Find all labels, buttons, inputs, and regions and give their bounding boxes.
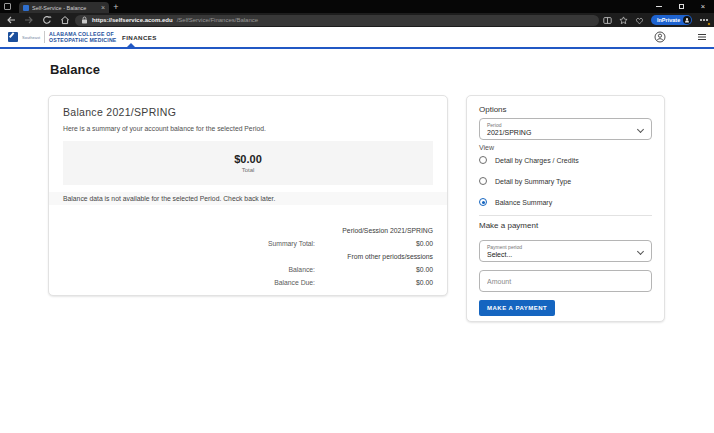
inprivate-label: InPrivate — [657, 17, 680, 23]
tab-title: Self-Service - Balance — [32, 5, 98, 11]
balance-card: Balance 2021/SPRING Here is a summary of… — [48, 95, 448, 296]
url-host: https://selfservice.acom.edu — [92, 17, 173, 23]
lock-icon — [81, 16, 88, 24]
forward-button[interactable] — [24, 15, 34, 25]
url-path: /SelfService/Finances/Balance — [177, 17, 258, 23]
tab-actions-icon — [4, 3, 11, 10]
period-select[interactable]: Period 2021/SPRING — [479, 118, 652, 140]
chevron-down-icon — [637, 126, 644, 133]
inprivate-badge[interactable]: InPrivate — [651, 15, 692, 25]
institution-name-line2: OSTEOPATHIC MEDICINE — [49, 37, 117, 43]
home-icon — [60, 15, 70, 25]
menu-notification-dot — [707, 22, 711, 26]
favorites-button[interactable] — [619, 16, 628, 25]
browser-essentials-icon — [635, 16, 644, 25]
refresh-button[interactable] — [42, 15, 52, 25]
favorites-star-icon — [619, 16, 628, 25]
period-select-value: 2021/SPRING — [487, 129, 631, 137]
summary-row: Balance: $0.00 — [63, 266, 433, 279]
view-option-detail-charges[interactable]: Detail by Charges / Credits — [479, 152, 652, 168]
summary-row: Summary Total: $0.00 — [63, 240, 433, 253]
payment-period-value: Select... — [487, 251, 631, 259]
summary-row: Balance Due: $0.00 — [63, 279, 433, 292]
tab-favicon-icon — [23, 5, 29, 11]
window-restore-button[interactable] — [670, 0, 692, 13]
radio-icon — [479, 177, 487, 185]
window-controls: × — [648, 0, 714, 13]
app-header: Southeast ALABAMA COLLEGE OF OSTEOPATHIC… — [0, 27, 714, 47]
window-close-button[interactable]: × — [692, 0, 714, 13]
nav-buttons — [6, 13, 70, 27]
tab-close-icon[interactable]: × — [101, 4, 105, 11]
profile-avatar — [683, 16, 691, 24]
radio-icon — [479, 156, 487, 164]
radio-icon — [479, 198, 487, 206]
period-select-label: Period — [487, 122, 631, 128]
back-icon — [6, 15, 16, 25]
total-label: Total — [242, 167, 255, 173]
view-label: View — [479, 144, 652, 152]
southeast-health-logo-icon — [8, 32, 18, 42]
tab-actions-button[interactable] — [0, 0, 15, 13]
refresh-icon — [42, 15, 52, 25]
payment-period-label: Payment period — [487, 244, 631, 250]
institution-name: ALABAMA COLLEGE OF OSTEOPATHIC MEDICINE — [49, 31, 117, 43]
summary-row: From other periods/sessions — [63, 253, 433, 266]
no-data-notice: Balance data is not available for the se… — [49, 192, 447, 205]
balance-summary: Period/Session 2021/SPRING Summary Total… — [63, 227, 433, 292]
balance-card-heading: Balance 2021/SPRING — [63, 106, 433, 118]
options-divider — [479, 215, 652, 216]
amount-input[interactable] — [487, 278, 644, 285]
make-payment-button[interactable]: MAKE A PAYMENT — [479, 300, 555, 316]
page-title: Balance — [50, 62, 100, 77]
profile-person-icon — [684, 17, 690, 23]
balance-card-description: Here is a summary of your account balanc… — [63, 125, 433, 133]
window-minimize-button[interactable] — [648, 0, 670, 13]
browser-window: Self-Service - Balance × + × — [0, 0, 714, 433]
split-screen-icon — [603, 16, 612, 25]
view-option-balance-summary[interactable]: Balance Summary — [479, 194, 652, 210]
tab-strip: Self-Service - Balance × + × — [0, 0, 714, 13]
payment-period-select[interactable]: Payment period Select... — [479, 240, 652, 262]
minimize-icon — [656, 6, 662, 7]
browser-toolbar: https://selfservice.acom.edu/SelfService… — [0, 13, 714, 27]
app-menu-button[interactable] — [697, 32, 707, 42]
home-button[interactable] — [60, 15, 70, 25]
account-button[interactable] — [654, 31, 666, 43]
make-payment-heading: Make a payment — [479, 221, 652, 230]
header-accent-line — [0, 47, 714, 49]
restore-icon — [679, 4, 684, 9]
new-tab-button[interactable]: + — [109, 0, 123, 13]
forward-icon — [24, 15, 34, 25]
hamburger-icon — [697, 32, 707, 42]
browser-essentials-button[interactable] — [635, 16, 644, 25]
total-amount: $0.00 — [234, 153, 262, 165]
split-screen-button[interactable] — [603, 16, 612, 25]
back-button[interactable] — [6, 15, 16, 25]
address-bar[interactable]: https://selfservice.acom.edu/SelfService… — [75, 15, 599, 26]
chevron-down-icon — [637, 248, 644, 255]
view-option-detail-summary-type[interactable]: Detail by Summary Type — [479, 173, 652, 189]
browser-tab[interactable]: Self-Service - Balance × — [19, 2, 109, 13]
active-tab-indicator — [127, 43, 135, 47]
amount-field-wrapper — [479, 270, 652, 292]
summary-row: Period/Session 2021/SPRING — [63, 227, 433, 240]
brand-logo[interactable]: Southeast ALABAMA COLLEGE OF OSTEOPATHIC… — [8, 30, 117, 44]
ellipsis-icon — [700, 19, 702, 21]
browser-menu-button[interactable] — [699, 15, 709, 25]
options-heading: Options — [479, 105, 652, 114]
brand-divider — [44, 31, 45, 43]
brand-mark-text: Southeast — [22, 35, 40, 40]
toolbar-right-icons: InPrivate — [603, 13, 709, 27]
account-person-icon — [654, 31, 666, 43]
total-box: $0.00 Total — [63, 141, 433, 185]
options-panel: Options Period 2021/SPRING View Detail b… — [466, 95, 665, 322]
